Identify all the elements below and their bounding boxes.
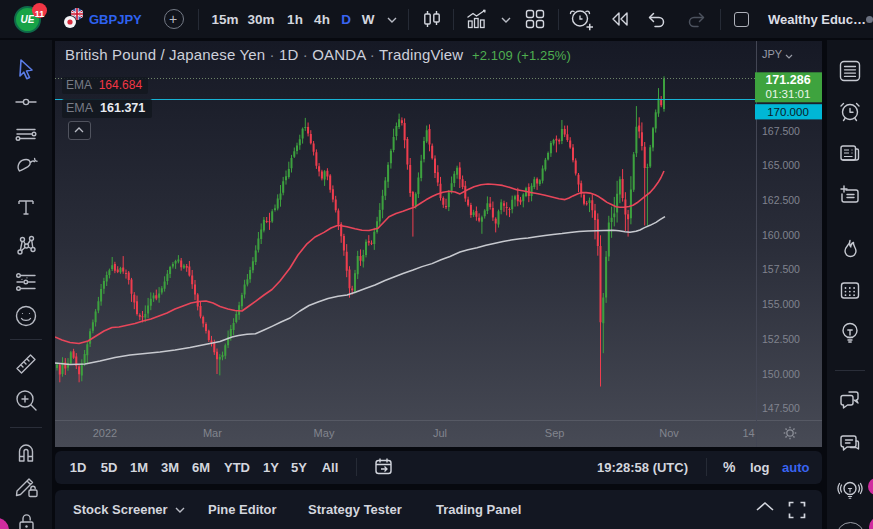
svg-text:155.000: 155.000 <box>762 298 800 310</box>
svg-text:162.500: 162.500 <box>762 194 800 206</box>
svg-text:Mar: Mar <box>203 427 222 439</box>
svg-text:150.000: 150.000 <box>762 368 800 380</box>
svg-text:14: 14 <box>742 427 754 439</box>
svg-text:167.500: 167.500 <box>762 125 800 137</box>
svg-text:152.500: 152.500 <box>762 333 800 345</box>
svg-text:147.500: 147.500 <box>762 402 800 414</box>
svg-text:170.000: 170.000 <box>767 106 809 118</box>
svg-text:01:31:01: 01:31:01 <box>766 88 811 100</box>
svg-text:165.000: 165.000 <box>762 159 800 171</box>
svg-text:JPY: JPY <box>762 48 783 60</box>
svg-text:160.000: 160.000 <box>762 229 800 241</box>
svg-text:157.500: 157.500 <box>762 263 800 275</box>
svg-text:May: May <box>314 427 335 439</box>
svg-text:2022: 2022 <box>93 427 117 439</box>
svg-text:Nov: Nov <box>659 427 679 439</box>
svg-text:171.286: 171.286 <box>765 73 810 87</box>
svg-text:Jul: Jul <box>433 427 447 439</box>
svg-text:Sep: Sep <box>545 427 565 439</box>
